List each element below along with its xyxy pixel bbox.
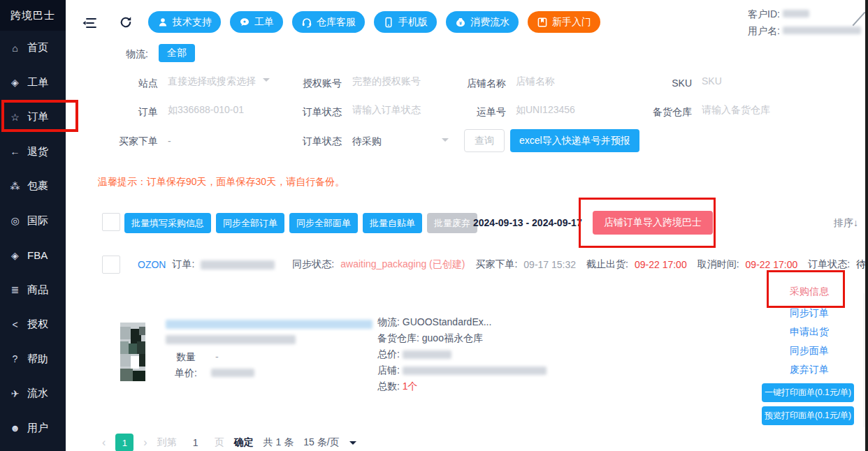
arrow-left-icon: ← [9, 146, 21, 157]
import-shop-orders-button[interactable]: 店铺订单导入跨境巴士 [593, 211, 713, 235]
batch-buttons: 批量填写采购信息 同步全部订单 同步全部面单 批量自贴单 批量废弃 [124, 213, 477, 233]
topbar-button-beginner-guide[interactable]: 新手入门 [528, 11, 600, 33]
phone-icon [383, 17, 394, 28]
order-total-price-label: 总价: [377, 348, 400, 360]
gem-icon: ◈ [9, 250, 21, 261]
order-status-input-label: 订单状态 [247, 106, 342, 119]
logistics-label: 物流: [126, 48, 148, 61]
redacted-customer-id [783, 10, 809, 17]
action-discard-order[interactable]: 废弃订单 [765, 364, 854, 376]
customer-id-label: 客户ID: [748, 8, 780, 20]
gem-icon: ◈ [9, 77, 21, 88]
ship-deadline-value: 09-22 17:00 [635, 259, 687, 270]
topbar-button-consume-flow[interactable]: ¥ 消费流水 [446, 11, 519, 33]
goto-label: 到第 [157, 436, 177, 449]
topbar-button-warehouse-service[interactable]: 仓库客服 [292, 11, 365, 33]
redacted-username [783, 27, 861, 34]
redacted-order-number [201, 260, 275, 269]
sidebar-item-order[interactable]: ☆ 订单 [0, 100, 66, 135]
current-page-button[interactable]: 1 [115, 434, 133, 451]
redacted-product-title [166, 320, 372, 329]
order-checkbox[interactable] [102, 256, 120, 274]
topbar-button-tech-support[interactable]: 技术支持 [148, 11, 221, 33]
topbar-button-mobile-version[interactable]: 手机版 [374, 11, 437, 33]
site-input[interactable] [168, 75, 257, 87]
one-click-print-button[interactable]: 一键打印面单(0.1元/单) [762, 383, 854, 402]
excel-import-button[interactable]: excel导入快递单号并预报 [510, 129, 639, 152]
stock-warehouse-input[interactable] [702, 104, 793, 115]
order-no-label: 订单 [80, 106, 158, 119]
refresh-icon[interactable] [119, 15, 133, 31]
tracking-no-input[interactable] [516, 104, 607, 115]
stock-warehouse-label: 备货仓库 [594, 106, 692, 119]
retention-notice: 温馨提示：订单保存90天，面单保存30天，请自行备份。 [98, 176, 345, 188]
query-button[interactable]: 查询 [464, 129, 505, 152]
action-sync-label-sheet[interactable]: 同步面单 [765, 345, 854, 357]
globe-icon: ◎ [9, 215, 21, 226]
buyer-order-value[interactable]: - [168, 135, 171, 147]
collapse-menu-icon[interactable] [82, 17, 96, 31]
sidebar-item-user[interactable]: ☻ 用户 [0, 411, 66, 446]
window-edge-strip [865, 0, 868, 451]
order-logistics-value: GUOOStandardEx... [403, 316, 492, 327]
auth-account-label: 授权账号 [247, 77, 342, 90]
sidebar-item-package[interactable]: ⁂ 包裹 [0, 169, 66, 204]
account-info: 客户ID: 用户名: [748, 6, 861, 39]
goto-confirm-button[interactable]: 确定 [234, 436, 254, 449]
svg-text:¥: ¥ [459, 20, 462, 25]
question-icon: ? [9, 353, 21, 364]
sidebar-item-returns[interactable]: ← 退货 [0, 135, 66, 170]
order-status-select[interactable]: 待采购 [352, 135, 449, 148]
sort-toggle[interactable]: 排序↓ [834, 217, 858, 230]
order-shop: 店铺: [377, 364, 547, 377]
username-label: 用户名: [748, 25, 780, 36]
sidebar-item-workorder[interactable]: ◈ 工单 [0, 66, 66, 101]
order-no-input[interactable] [168, 104, 259, 115]
sku-input[interactable] [702, 75, 793, 87]
date-range[interactable]: 2024-09-13 - 2024-09-17 [473, 217, 582, 228]
batch-button-批量废弃[interactable]: 批量废弃 [427, 213, 477, 233]
batch-button-同步全部订单[interactable]: 同步全部订单 [216, 213, 284, 233]
book-icon [537, 17, 548, 28]
pagination: ‹ 1 › 到第 页 确定 共 1 条 15 条/页 [102, 434, 356, 451]
sidebar-item-flow[interactable]: ✈ 流水 [0, 376, 66, 411]
next-page-icon[interactable]: › [143, 436, 147, 449]
chat-icon [239, 17, 250, 28]
home-icon: ⌂ [9, 43, 21, 54]
batch-button-批量填写采购信息[interactable]: 批量填写采购信息 [124, 213, 211, 233]
topbar-button-work-order[interactable]: 工单 [230, 11, 283, 33]
order-total-count-value: 1个 [403, 380, 418, 392]
order-total-count-label: 总数: [377, 380, 400, 392]
preview-print-button[interactable]: 预览打印面单(0.1元/单) [762, 406, 854, 425]
sidebar-item-goods[interactable]: ≣ 商品 [0, 273, 66, 308]
batch-button-批量自贴单[interactable]: 批量自贴单 [363, 213, 422, 233]
per-page-select[interactable]: 15 条/页 [303, 436, 339, 449]
prev-page-icon[interactable]: ‹ [102, 436, 106, 449]
sidebar: 跨境巴士 ⌂ 首页 ◈ 工单 ☆ 订单 ← 退货 ⁂ [0, 0, 66, 451]
action-purchase-info[interactable]: 采购信息 [765, 286, 854, 298]
sidebar-item-auth[interactable]: < 授权 [0, 307, 66, 342]
sidebar-item-home[interactable]: ⌂ 首页 [0, 31, 66, 66]
select-all-checkbox[interactable] [102, 213, 120, 231]
sidebar-item-fba[interactable]: ◈ FBA [0, 238, 66, 273]
main-content: 技术支持 工单 仓库客服 手机版 ¥ 消费流水 [66, 0, 868, 451]
actions-divider [864, 293, 865, 427]
batch-button-同步全部面单[interactable]: 同步全部面单 [289, 213, 358, 233]
sku-label: SKU [594, 77, 692, 89]
order-status-select-label: 订单状态 [247, 135, 342, 148]
buyer-time-label: 买家下单: [475, 258, 517, 271]
order-status-selected-value: 待采购 [352, 135, 436, 148]
star-icon: ☆ [9, 112, 21, 123]
buyer-order-label: 买家下单 [80, 135, 158, 148]
order-warehouse-value: guoo福永仓库 [422, 332, 483, 343]
shop-name-input[interactable] [516, 75, 607, 87]
sidebar-item-international[interactable]: ◎ 国际 [0, 204, 66, 239]
action-sync-order[interactable]: 同步订单 [765, 307, 854, 320]
sidebar-nav: ⌂ 首页 ◈ 工单 ☆ 订单 ← 退货 ⁂ 包裹 [0, 31, 66, 445]
logistics-all-chip[interactable]: 全部 [159, 44, 195, 62]
goto-page-input[interactable] [187, 437, 205, 448]
per-page-chevron-icon[interactable] [349, 441, 356, 448]
action-apply-shipment[interactable]: 申请出货 [765, 326, 854, 339]
plane-icon: ✈ [9, 388, 21, 399]
sidebar-item-help[interactable]: ? 帮助 [0, 342, 66, 377]
